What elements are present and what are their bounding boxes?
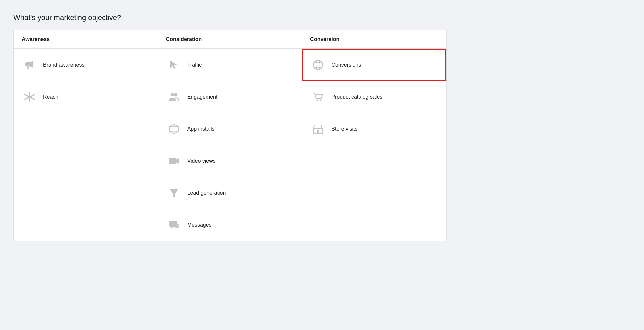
conversions-label: Conversions <box>331 62 361 68</box>
product-catalog-sales-option[interactable]: Product catalog sales <box>302 81 446 113</box>
video-views-option[interactable]: Video views <box>158 145 302 177</box>
engagement-option[interactable]: Engagement <box>158 81 302 113</box>
video-icon <box>166 153 182 169</box>
store-visits-option[interactable]: Store visits <box>302 113 446 145</box>
globe-icon <box>310 57 326 73</box>
messages-option[interactable]: Messages <box>158 209 302 241</box>
megaphone-icon <box>22 57 38 73</box>
conversion-header: Conversion <box>302 30 446 49</box>
header-row: Awareness Consideration Conversion <box>14 30 446 49</box>
svg-point-21 <box>317 99 318 101</box>
reach-label: Reach <box>43 94 58 100</box>
store-visits-label: Store visits <box>331 126 357 132</box>
svg-rect-10 <box>169 158 176 164</box>
svg-marker-14 <box>171 227 173 229</box>
empty-cell-2 <box>302 177 446 209</box>
reach-option[interactable]: Reach <box>14 81 158 113</box>
svg-rect-15 <box>175 224 179 228</box>
cart-icon <box>310 89 326 105</box>
messages-label: Messages <box>187 222 212 228</box>
store-icon <box>310 121 326 137</box>
people-icon <box>166 89 182 105</box>
awareness-col: Brand awareness Reach <box>14 49 158 241</box>
lead-generation-label: Lead generation <box>187 190 226 196</box>
svg-point-22 <box>320 99 322 101</box>
traffic-option[interactable]: Traffic <box>158 49 302 81</box>
app-installs-label: App installs <box>187 126 215 132</box>
empty-cell-3 <box>302 209 446 241</box>
conversion-col: Conversions Product catalog sales <box>302 49 446 241</box>
traffic-label: Traffic <box>187 62 202 68</box>
product-catalog-sales-label: Product catalog sales <box>331 94 382 100</box>
funnel-icon <box>166 185 182 201</box>
lead-generation-option[interactable]: Lead generation <box>158 177 302 209</box>
engagement-label: Engagement <box>187 94 218 100</box>
awareness-header: Awareness <box>14 30 158 49</box>
brand-awareness-option[interactable]: Brand awareness <box>14 49 158 81</box>
objectives-table: Awareness Consideration Conversion Brand… <box>13 30 447 241</box>
box-icon <box>166 121 182 137</box>
svg-marker-12 <box>169 189 179 197</box>
empty-cell-1 <box>302 145 446 177</box>
svg-marker-11 <box>176 158 179 164</box>
asterisk-icon <box>22 89 38 105</box>
page-title: What's your marketing objective? <box>13 13 631 22</box>
chat-icon <box>166 217 182 233</box>
brand-awareness-label: Brand awareness <box>43 62 85 68</box>
grid-body: Brand awareness Reach <box>14 49 446 241</box>
svg-marker-3 <box>170 60 177 69</box>
svg-rect-25 <box>317 130 319 134</box>
video-views-label: Video views <box>187 158 216 164</box>
consideration-col: Traffic Engagement <box>158 49 302 241</box>
conversions-option[interactable]: Conversions <box>302 49 446 81</box>
cursor-icon <box>166 57 182 73</box>
svg-point-5 <box>174 93 177 96</box>
app-installs-option[interactable]: App installs <box>158 113 302 145</box>
consideration-header: Consideration <box>158 30 302 49</box>
svg-point-4 <box>171 93 174 96</box>
